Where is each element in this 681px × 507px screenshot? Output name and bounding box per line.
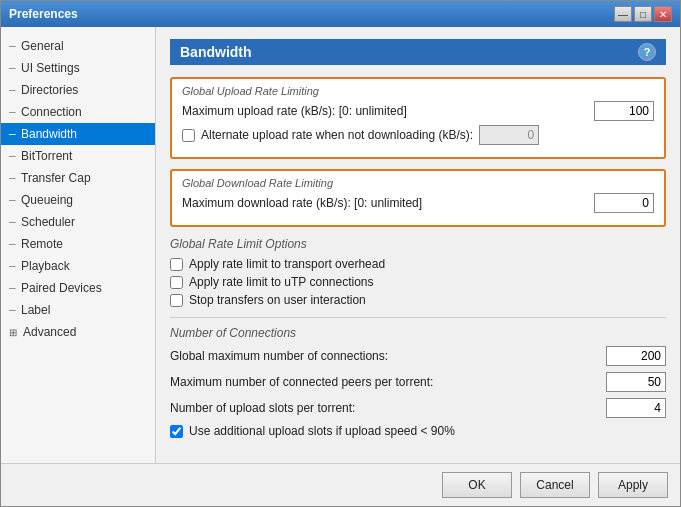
minimize-button[interactable]: — [614, 6, 632, 22]
bandwidth-panel: Bandwidth ? Global Upload Rate Limiting … [156, 27, 680, 463]
peers-label: Maximum number of connected peers per to… [170, 375, 606, 389]
divider [170, 317, 666, 318]
sidebar-item-bandwidth[interactable]: Bandwidth [1, 123, 155, 145]
upload-section-box: Global Upload Rate Limiting Maximum uplo… [170, 77, 666, 159]
upload-slots-input[interactable] [606, 398, 666, 418]
close-button[interactable]: ✕ [654, 6, 672, 22]
apply-button[interactable]: Apply [598, 472, 668, 498]
additional-slots-checkbox[interactable] [170, 425, 183, 438]
alternate-upload-checkbox[interactable] [182, 129, 195, 142]
sidebar-item-label[interactable]: Label [1, 299, 155, 321]
sidebar-item-bittorrent[interactable]: BitTorrent [1, 145, 155, 167]
alternate-upload-label: Alternate upload rate when not downloadi… [201, 128, 473, 142]
option2-checkbox[interactable] [170, 276, 183, 289]
download-section-box: Global Download Rate Limiting Maximum do… [170, 169, 666, 227]
option2-row: Apply rate limit to uTP connections [170, 275, 666, 289]
option3-row: Stop transfers on user interaction [170, 293, 666, 307]
option1-label: Apply rate limit to transport overhead [189, 257, 385, 271]
title-bar: Preferences — □ ✕ [1, 1, 680, 27]
rate-limit-title: Global Rate Limit Options [170, 237, 666, 251]
sidebar-item-ui-settings[interactable]: UI Settings [1, 57, 155, 79]
title-bar-buttons: — □ ✕ [614, 6, 672, 22]
global-max-label: Global maximum number of connections: [170, 349, 606, 363]
peers-row: Maximum number of connected peers per to… [170, 372, 666, 392]
sidebar-item-general[interactable]: General [1, 35, 155, 57]
global-max-row: Global maximum number of connections: [170, 346, 666, 366]
help-icon-button[interactable]: ? [638, 43, 656, 61]
option3-checkbox[interactable] [170, 294, 183, 307]
window-title: Preferences [9, 7, 78, 21]
panel-title: Bandwidth [180, 44, 252, 60]
sidebar-item-connection[interactable]: Connection [1, 101, 155, 123]
main-content: General UI Settings Directories Connecti… [1, 27, 680, 463]
upload-slots-label: Number of upload slots per torrent: [170, 401, 606, 415]
rate-limit-options: Global Rate Limit Options Apply rate lim… [170, 237, 666, 307]
upload-section-label: Global Upload Rate Limiting [182, 85, 654, 97]
max-upload-input[interactable] [594, 101, 654, 121]
sidebar: General UI Settings Directories Connecti… [1, 27, 156, 463]
max-upload-label: Maximum upload rate (kB/s): [0: unlimite… [182, 104, 594, 118]
expand-icon: ⊞ [9, 324, 21, 342]
max-download-row: Maximum download rate (kB/s): [0: unlimi… [182, 193, 654, 213]
sidebar-item-playback[interactable]: Playback [1, 255, 155, 277]
max-upload-row: Maximum upload rate (kB/s): [0: unlimite… [182, 101, 654, 121]
cancel-button[interactable]: Cancel [520, 472, 590, 498]
download-section-label: Global Download Rate Limiting [182, 177, 654, 189]
preferences-window: Preferences — □ ✕ General UI Settings Di… [0, 0, 681, 507]
panel-header: Bandwidth ? [170, 39, 666, 65]
additional-slots-label: Use additional upload slots if upload sp… [189, 424, 455, 438]
additional-slots-row: Use additional upload slots if upload sp… [170, 424, 666, 438]
footer: OK Cancel Apply [1, 463, 680, 506]
alternate-upload-row: Alternate upload rate when not downloadi… [182, 125, 654, 145]
sidebar-item-advanced[interactable]: ⊞Advanced [1, 321, 155, 344]
maximize-button[interactable]: □ [634, 6, 652, 22]
upload-slots-row: Number of upload slots per torrent: [170, 398, 666, 418]
peers-input[interactable] [606, 372, 666, 392]
alternate-upload-input[interactable] [479, 125, 539, 145]
sidebar-item-queueing[interactable]: Queueing [1, 189, 155, 211]
ok-button[interactable]: OK [442, 472, 512, 498]
sidebar-item-paired-devices[interactable]: Paired Devices [1, 277, 155, 299]
option2-label: Apply rate limit to uTP connections [189, 275, 374, 289]
connections-title: Number of Connections [170, 326, 666, 340]
max-download-input[interactable] [594, 193, 654, 213]
sidebar-item-transfer-cap[interactable]: Transfer Cap [1, 167, 155, 189]
sidebar-item-scheduler[interactable]: Scheduler [1, 211, 155, 233]
global-max-input[interactable] [606, 346, 666, 366]
option3-label: Stop transfers on user interaction [189, 293, 366, 307]
option1-row: Apply rate limit to transport overhead [170, 257, 666, 271]
sidebar-item-remote[interactable]: Remote [1, 233, 155, 255]
sidebar-item-directories[interactable]: Directories [1, 79, 155, 101]
max-download-label: Maximum download rate (kB/s): [0: unlimi… [182, 196, 594, 210]
option1-checkbox[interactable] [170, 258, 183, 271]
connections-section: Number of Connections Global maximum num… [170, 326, 666, 438]
